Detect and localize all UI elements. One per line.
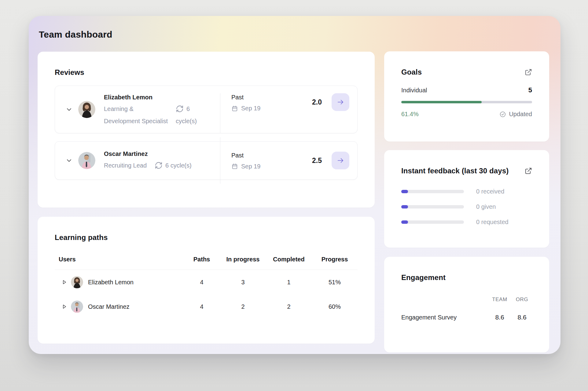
column-users: Users xyxy=(55,256,183,263)
open-review-button[interactable] xyxy=(332,152,349,169)
reviews-card: Reviews Elizabeth Lemon Learning & xyxy=(38,52,375,208)
paths-value: 4 xyxy=(183,279,220,286)
period-label: Past xyxy=(231,151,277,159)
instant-feedback-card: Instant feedback (last 30 days) 0 receiv… xyxy=(384,150,549,248)
user-name: Elizabeth Lemon xyxy=(88,279,134,286)
external-link-icon[interactable] xyxy=(525,167,532,175)
learning-paths-title: Learning paths xyxy=(55,233,358,242)
arrow-right-icon xyxy=(336,98,344,106)
engagement-title: Engagement xyxy=(401,273,532,282)
feedback-row-given: 0 given xyxy=(401,203,532,210)
column-completed: Completed xyxy=(266,256,312,263)
feedback-label: 0 received xyxy=(476,188,504,195)
table-row[interactable]: Oscar Martinez 4 2 2 60% xyxy=(55,294,358,319)
engagement-row: Engagement Survey 8.6 8.6 xyxy=(401,314,532,321)
completed-value: 1 xyxy=(266,279,312,286)
reviews-title: Reviews xyxy=(55,68,358,77)
goals-card: Goals Individual 5 61.4% Updated xyxy=(384,51,549,142)
avatar xyxy=(71,276,83,288)
external-link-icon[interactable] xyxy=(525,68,532,76)
arrow-right-icon xyxy=(336,157,344,164)
engagement-header: TEAM ORG xyxy=(401,297,532,303)
instant-feedback-title: Instant feedback (last 30 days) xyxy=(401,167,509,175)
paths-value: 4 xyxy=(183,303,220,310)
user-name: Oscar Martinez xyxy=(88,303,130,310)
review-cycles: 6 cycle(s) xyxy=(155,159,192,172)
calendar-icon xyxy=(231,105,238,112)
calendar-icon xyxy=(231,163,238,170)
review-role: Recruiting Lead xyxy=(104,159,147,172)
feedback-bar xyxy=(401,190,464,193)
review-role: Learning & Development Specialist xyxy=(104,103,168,127)
review-row-oscar[interactable]: Oscar Martinez Recruiting Lead 6 cycle(s… xyxy=(55,141,358,180)
in-progress-value: 3 xyxy=(220,279,266,286)
feedback-bar xyxy=(401,220,464,224)
avatar xyxy=(78,152,95,169)
review-info: Oscar Martinez Recruiting Lead 6 cycle(s… xyxy=(104,150,220,172)
avatar xyxy=(71,301,83,313)
completed-value: 2 xyxy=(266,303,312,310)
engagement-survey-label: Engagement Survey xyxy=(401,314,487,321)
engagement-card: Engagement TEAM ORG Engagement Survey 8.… xyxy=(384,257,549,352)
feedback-bar-fill xyxy=(401,205,408,208)
chevron-down-icon[interactable] xyxy=(65,157,73,164)
learning-paths-card: Learning paths Users Paths In progress C… xyxy=(38,217,375,344)
divider xyxy=(220,93,220,133)
feedback-bar-fill xyxy=(401,190,408,193)
feedback-bar-fill xyxy=(401,220,408,224)
goals-title: Goals xyxy=(401,68,422,76)
open-review-button[interactable] xyxy=(332,93,349,111)
feedback-label: 0 given xyxy=(476,203,496,210)
column-team: TEAM xyxy=(487,297,512,303)
review-name: Elizabeth Lemon xyxy=(104,93,220,101)
in-progress-value: 2 xyxy=(220,303,266,310)
progress-value: 60% xyxy=(312,303,358,310)
feedback-bar xyxy=(401,205,464,208)
team-score: 8.6 xyxy=(487,314,512,321)
progress-value: 51% xyxy=(312,279,358,286)
dashboard-panel: Team dashboard Reviews Elizabeth Lemon xyxy=(29,16,560,354)
review-name: Oscar Martinez xyxy=(104,150,220,158)
review-score: 2.5 xyxy=(312,157,322,165)
cycles-icon xyxy=(176,105,184,113)
period-label: Past xyxy=(231,93,277,101)
goal-progress-bar xyxy=(401,101,532,103)
column-in-progress: In progress xyxy=(220,256,266,263)
goal-progress-fill xyxy=(401,101,482,103)
goal-count: 5 xyxy=(528,86,532,94)
goal-category: Individual xyxy=(401,87,427,94)
period-date: Sep 19 xyxy=(241,163,260,170)
check-circle-icon xyxy=(499,111,506,118)
column-org: ORG xyxy=(512,297,532,303)
review-score: 2.0 xyxy=(312,98,322,106)
column-paths: Paths xyxy=(183,256,220,263)
chevron-down-icon[interactable] xyxy=(65,106,73,113)
feedback-row-requested: 0 requested xyxy=(401,219,532,226)
org-score: 8.6 xyxy=(512,314,532,321)
goal-status: Updated xyxy=(509,111,532,118)
review-info: Elizabeth Lemon Learning & Development S… xyxy=(104,93,220,127)
review-period-block: Past Sep 19 xyxy=(231,93,277,112)
review-cycles: 6 cycle(s) xyxy=(176,103,206,127)
avatar xyxy=(78,101,95,118)
review-period-block: Past Sep 19 xyxy=(231,151,277,170)
learning-paths-header: Users Paths In progress Completed Progre… xyxy=(55,256,358,270)
review-row-elizabeth[interactable]: Elizabeth Lemon Learning & Development S… xyxy=(55,86,358,133)
caret-right-icon[interactable] xyxy=(61,304,67,309)
table-row[interactable]: Elizabeth Lemon 4 3 1 51% xyxy=(55,270,358,294)
divider xyxy=(220,137,220,184)
column-progress: Progress xyxy=(312,256,358,263)
period-date: Sep 19 xyxy=(241,105,260,112)
page-title: Team dashboard xyxy=(39,29,112,40)
caret-right-icon[interactable] xyxy=(61,279,67,285)
feedback-row-received: 0 received xyxy=(401,188,532,195)
goal-percent: 61.4% xyxy=(401,111,419,118)
feedback-label: 0 requested xyxy=(476,219,509,226)
cycles-icon xyxy=(155,161,163,169)
